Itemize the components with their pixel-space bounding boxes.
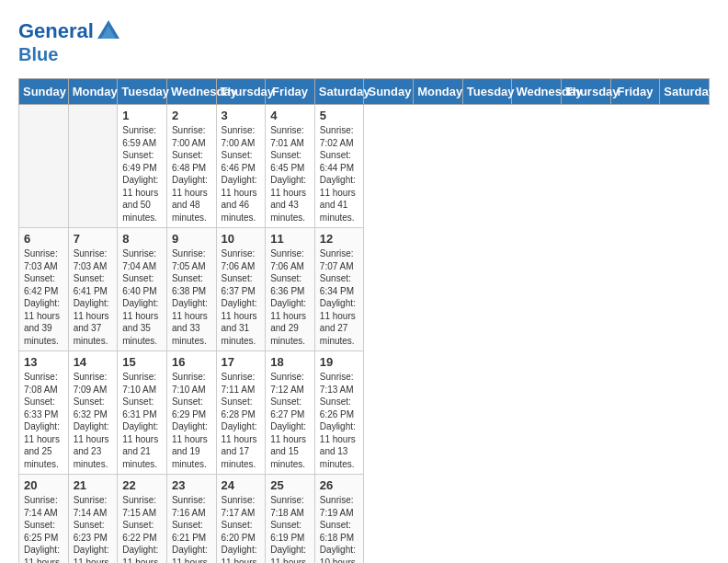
calendar-week: 6Sunrise: 7:03 AMSunset: 6:42 PMDaylight… (19, 228, 710, 351)
calendar-cell: 21Sunrise: 7:14 AMSunset: 6:23 PMDayligh… (68, 475, 118, 564)
calendar-cell (68, 105, 118, 228)
calendar-cell: 4Sunrise: 7:01 AMSunset: 6:45 PMDaylight… (266, 105, 315, 228)
cell-details: Sunrise: 7:00 AMSunset: 6:46 PMDaylight:… (222, 124, 261, 224)
cell-details: Sunrise: 7:11 AMSunset: 6:28 PMDaylight:… (222, 371, 261, 470)
calendar-cell: 13Sunrise: 7:08 AMSunset: 6:33 PMDayligh… (19, 351, 69, 475)
day-number: 22 (122, 478, 162, 492)
calendar-table: SundayMondayTuesdayWednesdayThursdayFrid… (18, 78, 710, 563)
weekday-header: Wednesday (166, 79, 216, 105)
cell-details: Sunrise: 7:07 AMSunset: 6:34 PMDaylight:… (320, 247, 359, 347)
page-header: General Blue (18, 18, 710, 64)
weekday-header: Friday (266, 79, 315, 105)
day-number: 17 (222, 355, 261, 369)
logo-blue: Blue (18, 44, 121, 64)
day-number: 4 (270, 109, 310, 122)
day-number: 21 (74, 478, 113, 492)
cell-details: Sunrise: 7:03 AMSunset: 6:42 PMDaylight:… (24, 247, 63, 347)
day-number: 24 (222, 478, 261, 492)
calendar-cell: 11Sunrise: 7:06 AMSunset: 6:36 PMDayligh… (266, 228, 315, 351)
logo-icon (96, 18, 121, 44)
day-number: 18 (270, 355, 310, 369)
day-number: 8 (122, 232, 162, 246)
day-number: 26 (320, 478, 359, 492)
weekday-header: Sunday (364, 79, 414, 105)
calendar-cell: 12Sunrise: 7:07 AMSunset: 6:34 PMDayligh… (314, 228, 364, 351)
day-number: 20 (24, 478, 63, 492)
calendar-cell: 6Sunrise: 7:03 AMSunset: 6:42 PMDaylight… (19, 228, 69, 351)
day-number: 9 (172, 232, 211, 246)
weekday-header: Friday (610, 79, 660, 105)
cell-details: Sunrise: 7:12 AMSunset: 6:27 PMDaylight:… (270, 371, 310, 470)
cell-details: Sunrise: 7:10 AMSunset: 6:29 PMDaylight:… (172, 371, 211, 470)
day-number: 23 (172, 478, 211, 492)
cell-details: Sunrise: 7:06 AMSunset: 6:36 PMDaylight:… (270, 247, 310, 347)
cell-details: Sunrise: 7:06 AMSunset: 6:37 PMDaylight:… (222, 247, 261, 347)
day-number: 19 (320, 355, 359, 369)
weekday-header: Saturday (314, 79, 364, 105)
calendar-cell: 9Sunrise: 7:05 AMSunset: 6:38 PMDaylight… (166, 228, 216, 351)
calendar-cell: 23Sunrise: 7:16 AMSunset: 6:21 PMDayligh… (166, 475, 216, 564)
day-number: 15 (122, 355, 162, 369)
day-number: 5 (320, 109, 359, 122)
cell-details: Sunrise: 7:17 AMSunset: 6:20 PMDaylight:… (222, 494, 261, 563)
weekday-header: Wednesday (512, 79, 562, 105)
weekday-header: Monday (414, 79, 463, 105)
calendar-cell: 10Sunrise: 7:06 AMSunset: 6:37 PMDayligh… (216, 228, 266, 351)
weekday-header: Sunday (19, 79, 69, 105)
cell-details: Sunrise: 7:09 AMSunset: 6:32 PMDaylight:… (74, 371, 113, 470)
cell-details: Sunrise: 7:14 AMSunset: 6:25 PMDaylight:… (24, 494, 63, 563)
calendar-cell: 25Sunrise: 7:18 AMSunset: 6:19 PMDayligh… (266, 475, 315, 564)
day-number: 11 (270, 232, 310, 246)
day-number: 10 (222, 232, 261, 246)
calendar-cell: 1Sunrise: 6:59 AMSunset: 6:49 PMDaylight… (118, 105, 167, 228)
calendar-cell: 5Sunrise: 7:02 AMSunset: 6:44 PMDaylight… (314, 105, 364, 228)
calendar-cell: 2Sunrise: 7:00 AMSunset: 6:48 PMDaylight… (166, 105, 216, 228)
calendar-week: 1Sunrise: 6:59 AMSunset: 6:49 PMDaylight… (19, 105, 710, 228)
weekday-header: Saturday (660, 79, 710, 105)
weekday-header: Tuesday (462, 79, 512, 105)
header-row: SundayMondayTuesdayWednesdayThursdayFrid… (19, 79, 710, 105)
cell-details: Sunrise: 7:14 AMSunset: 6:23 PMDaylight:… (74, 494, 113, 563)
cell-details: Sunrise: 7:03 AMSunset: 6:41 PMDaylight:… (74, 247, 113, 347)
calendar-week: 13Sunrise: 7:08 AMSunset: 6:33 PMDayligh… (19, 351, 710, 475)
day-number: 14 (74, 355, 113, 369)
calendar-cell: 16Sunrise: 7:10 AMSunset: 6:29 PMDayligh… (166, 351, 216, 475)
cell-details: Sunrise: 6:59 AMSunset: 6:49 PMDaylight:… (122, 124, 162, 224)
weekday-header: Monday (68, 79, 118, 105)
cell-details: Sunrise: 7:02 AMSunset: 6:44 PMDaylight:… (320, 124, 359, 224)
cell-details: Sunrise: 7:01 AMSunset: 6:45 PMDaylight:… (270, 124, 310, 224)
day-number: 1 (122, 109, 162, 122)
cell-details: Sunrise: 7:16 AMSunset: 6:21 PMDaylight:… (172, 494, 211, 563)
day-number: 25 (270, 478, 310, 492)
calendar-cell: 24Sunrise: 7:17 AMSunset: 6:20 PMDayligh… (216, 475, 266, 564)
calendar-cell: 17Sunrise: 7:11 AMSunset: 6:28 PMDayligh… (216, 351, 266, 475)
calendar-cell: 20Sunrise: 7:14 AMSunset: 6:25 PMDayligh… (19, 475, 69, 564)
calendar-cell: 19Sunrise: 7:13 AMSunset: 6:26 PMDayligh… (314, 351, 364, 475)
cell-details: Sunrise: 7:19 AMSunset: 6:18 PMDaylight:… (320, 494, 359, 563)
logo-text: General (18, 20, 94, 42)
weekday-header: Thursday (216, 79, 266, 105)
calendar-cell: 18Sunrise: 7:12 AMSunset: 6:27 PMDayligh… (266, 351, 315, 475)
day-number: 13 (24, 355, 63, 369)
cell-details: Sunrise: 7:18 AMSunset: 6:19 PMDaylight:… (270, 494, 310, 563)
calendar-cell: 22Sunrise: 7:15 AMSunset: 6:22 PMDayligh… (118, 475, 167, 564)
day-number: 12 (320, 232, 359, 246)
calendar-cell: 3Sunrise: 7:00 AMSunset: 6:46 PMDaylight… (216, 105, 266, 228)
cell-details: Sunrise: 7:08 AMSunset: 6:33 PMDaylight:… (24, 371, 63, 470)
day-number: 16 (172, 355, 211, 369)
calendar-week: 20Sunrise: 7:14 AMSunset: 6:25 PMDayligh… (19, 475, 710, 564)
calendar-cell: 7Sunrise: 7:03 AMSunset: 6:41 PMDaylight… (68, 228, 118, 351)
day-number: 7 (74, 232, 113, 246)
day-number: 2 (172, 109, 211, 122)
calendar-cell: 14Sunrise: 7:09 AMSunset: 6:32 PMDayligh… (68, 351, 118, 475)
calendar-cell: 8Sunrise: 7:04 AMSunset: 6:40 PMDaylight… (118, 228, 167, 351)
weekday-header: Tuesday (118, 79, 167, 105)
cell-details: Sunrise: 7:13 AMSunset: 6:26 PMDaylight:… (320, 371, 359, 470)
cell-details: Sunrise: 7:00 AMSunset: 6:48 PMDaylight:… (172, 124, 211, 224)
cell-details: Sunrise: 7:05 AMSunset: 6:38 PMDaylight:… (172, 247, 211, 347)
day-number: 6 (24, 232, 63, 246)
logo: General Blue (18, 18, 121, 64)
day-number: 3 (222, 109, 261, 122)
calendar-cell: 26Sunrise: 7:19 AMSunset: 6:18 PMDayligh… (314, 475, 364, 564)
cell-details: Sunrise: 7:10 AMSunset: 6:31 PMDaylight:… (122, 371, 162, 470)
